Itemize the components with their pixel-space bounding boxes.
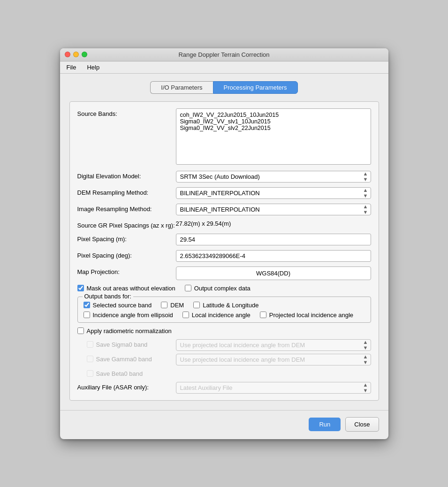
selected-source-checkbox[interactable] bbox=[84, 302, 90, 308]
pixel-spacing-deg-control bbox=[176, 250, 371, 262]
output-bands-row2: Incidence angle from ellipsoid Local inc… bbox=[84, 312, 365, 319]
local-incidence-checkbox-item[interactable]: Local incidence angle bbox=[182, 312, 251, 319]
image-resampling-control: BILINEAR_INTERPOLATION ▲▼ bbox=[176, 204, 371, 215]
dem-select-wrapper: SRTM 3Sec (Auto Download) ▲▼ bbox=[176, 171, 371, 183]
image-resampling-select[interactable]: BILINEAR_INTERPOLATION bbox=[176, 204, 371, 215]
dem-control: SRTM 3Sec (Auto Download) ▲▼ bbox=[176, 171, 371, 183]
bottom-bar: Run Close bbox=[60, 411, 388, 439]
mask-checkbox[interactable] bbox=[77, 285, 84, 291]
lat-lon-checkbox[interactable] bbox=[193, 302, 200, 308]
map-projection-row: Map Projection: WGS84(DD) bbox=[77, 266, 371, 280]
save-beta0-label: Save Beta0 band bbox=[77, 368, 176, 377]
close-button[interactable]: Close bbox=[345, 417, 379, 432]
auxiliary-label: Auxiliary File (ASAR only): bbox=[77, 382, 176, 391]
sigma0-select[interactable]: Use projected local incidence angle from… bbox=[176, 339, 371, 351]
window-title: Range Doppler Terrain Correction bbox=[178, 51, 269, 58]
output-bands-group: Output bands for: Selected source band D… bbox=[77, 297, 371, 323]
image-resampling-row: Image Resampling Method: BILINEAR_INTERP… bbox=[77, 204, 371, 215]
close-traffic-light[interactable] bbox=[65, 52, 70, 57]
menu-file[interactable]: File bbox=[65, 63, 78, 72]
image-resampling-label: Image Resampling Method: bbox=[77, 204, 176, 213]
lat-lon-checkbox-item[interactable]: Latitude & Longitude bbox=[193, 302, 258, 309]
incidence-ellipsoid-label: Incidence angle from ellipsoid bbox=[93, 312, 173, 319]
pixel-spacing-m-control bbox=[176, 234, 371, 245]
menu-help[interactable]: Help bbox=[85, 63, 101, 72]
mask-label: Mask out areas without elevation bbox=[87, 285, 175, 292]
dem-resampling-label: DEM Resampling Method: bbox=[77, 187, 176, 196]
sigma0-dropdown-wrapper: Use projected local incidence angle from… bbox=[176, 339, 371, 351]
dem-resampling-select[interactable]: BILINEAR_INTERPOLATION bbox=[176, 187, 371, 199]
dem-row: Digital Elevation Model: SRTM 3Sec (Auto… bbox=[77, 171, 371, 183]
output-complex-checkbox[interactable] bbox=[185, 285, 191, 291]
source-bands-row: Source Bands: coh_IW2_VV_22Jun2015_10Jun… bbox=[77, 108, 371, 166]
save-beta0-checkbox-item[interactable]: Save Beta0 band bbox=[87, 370, 176, 377]
local-incidence-checkbox[interactable] bbox=[182, 312, 189, 318]
main-window: Range Doppler Terrain Correction File He… bbox=[60, 48, 388, 439]
dem-resampling-control: BILINEAR_INTERPOLATION ▲▼ bbox=[176, 187, 371, 199]
tab-bar: I/O Parameters Processing Parameters bbox=[69, 81, 379, 94]
dem-select[interactable]: SRTM 3Sec (Auto Download) bbox=[176, 171, 371, 183]
maximize-traffic-light[interactable] bbox=[82, 52, 87, 57]
beta0-row: Save Beta0 band bbox=[77, 368, 371, 377]
incidence-ellipsoid-checkbox[interactable] bbox=[84, 312, 90, 318]
auxiliary-wrapper: Latest Auxiliary File ▲▼ bbox=[176, 382, 371, 394]
sigma0-dropdown-control: Use projected local incidence angle from… bbox=[176, 339, 371, 351]
save-gamma0-checkbox-item[interactable]: Save Gamma0 band bbox=[87, 356, 176, 363]
dem-band-checkbox-item[interactable]: DEM bbox=[161, 302, 184, 309]
projected-local-checkbox-item[interactable]: Projected local incidence angle bbox=[260, 312, 353, 319]
pixel-spacing-m-row: Pixel Spacing (m): bbox=[77, 234, 371, 245]
save-beta0-checkbox[interactable] bbox=[87, 370, 93, 377]
output-bands-title: Output bands for: bbox=[83, 293, 133, 300]
map-projection-button[interactable]: WGS84(DD) bbox=[176, 266, 371, 280]
tab-io-parameters[interactable]: I/O Parameters bbox=[150, 81, 213, 94]
mask-checkbox-item[interactable]: Mask out areas without elevation bbox=[77, 285, 175, 292]
selected-source-checkbox-item[interactable]: Selected source band bbox=[84, 302, 152, 309]
source-bands-control: coh_IW2_VV_22Jun2015_10Jun2015 Sigma0_IW… bbox=[176, 108, 371, 166]
incidence-ellipsoid-checkbox-item[interactable]: Incidence angle from ellipsoid bbox=[84, 312, 173, 319]
dem-resampling-wrapper: BILINEAR_INTERPOLATION ▲▼ bbox=[176, 187, 371, 199]
projected-local-label: Projected local incidence angle bbox=[269, 312, 353, 319]
gamma0-dropdown-wrapper: Use projected local incidence angle from… bbox=[176, 354, 371, 365]
save-beta0-text: Save Beta0 band bbox=[96, 370, 143, 377]
auxiliary-control: Latest Auxiliary File ▲▼ bbox=[176, 382, 371, 394]
tab-processing-parameters[interactable]: Processing Parameters bbox=[213, 81, 298, 94]
auxiliary-select[interactable]: Latest Auxiliary File bbox=[176, 382, 371, 394]
map-projection-control: WGS84(DD) bbox=[176, 266, 371, 280]
menu-bar: File Help bbox=[60, 61, 388, 74]
dem-resampling-row: DEM Resampling Method: BILINEAR_INTERPOL… bbox=[77, 187, 371, 199]
save-sigma0-checkbox[interactable] bbox=[87, 341, 93, 348]
pixel-spacing-m-label: Pixel Spacing (m): bbox=[77, 234, 176, 243]
gamma0-row: Save Gamma0 band Use projected local inc… bbox=[77, 354, 371, 365]
pixel-spacing-deg-input[interactable] bbox=[176, 250, 371, 262]
pixel-spacings-row: Source GR Pixel Spacings (az x rg): 27.8… bbox=[77, 220, 371, 229]
auxiliary-row: Auxiliary File (ASAR only): Latest Auxil… bbox=[77, 382, 371, 394]
projected-local-checkbox[interactable] bbox=[260, 312, 266, 318]
content-area: I/O Parameters Processing Parameters Sou… bbox=[60, 74, 388, 410]
pixel-spacing-m-input[interactable] bbox=[176, 234, 371, 245]
apply-radiometric-checkbox-item[interactable]: Apply radiometric normalization bbox=[77, 327, 172, 335]
gamma0-dropdown-control: Use projected local incidence angle from… bbox=[176, 354, 371, 365]
minimize-traffic-light[interactable] bbox=[73, 52, 79, 57]
dem-band-checkbox[interactable] bbox=[161, 302, 167, 308]
map-projection-label: Map Projection: bbox=[77, 266, 176, 275]
source-bands-textarea[interactable]: coh_IW2_VV_22Jun2015_10Jun2015 Sigma0_IW… bbox=[176, 108, 371, 165]
dem-label: Digital Elevation Model: bbox=[77, 171, 176, 180]
save-gamma0-checkbox[interactable] bbox=[87, 356, 93, 362]
lat-lon-label: Latitude & Longitude bbox=[203, 302, 258, 309]
traffic-lights bbox=[65, 52, 87, 57]
image-resampling-wrapper: BILINEAR_INTERPOLATION ▲▼ bbox=[176, 204, 371, 215]
output-complex-checkbox-item[interactable]: Output complex data bbox=[185, 285, 251, 292]
output-complex-label: Output complex data bbox=[194, 285, 251, 292]
apply-radiometric-checkbox[interactable] bbox=[77, 327, 84, 334]
pixel-spacings-value: 27.82(m) x 29.54(m) bbox=[176, 218, 231, 227]
apply-radiometric-label: Apply radiometric normalization bbox=[87, 327, 172, 335]
gamma0-select[interactable]: Use projected local incidence angle from… bbox=[176, 354, 371, 365]
output-bands-row1: Selected source band DEM Latitude & Long… bbox=[84, 302, 365, 309]
title-bar: Range Doppler Terrain Correction bbox=[60, 48, 388, 61]
save-sigma0-checkbox-item[interactable]: Save Sigma0 band bbox=[87, 341, 176, 348]
save-gamma0-text: Save Gamma0 band bbox=[96, 356, 152, 363]
save-gamma0-label: Save Gamma0 band bbox=[77, 354, 176, 363]
mask-row: Mask out areas without elevation Output … bbox=[77, 285, 371, 292]
radiometric-section: Apply radiometric normalization Save Sig… bbox=[77, 327, 371, 377]
run-button[interactable]: Run bbox=[309, 418, 341, 431]
